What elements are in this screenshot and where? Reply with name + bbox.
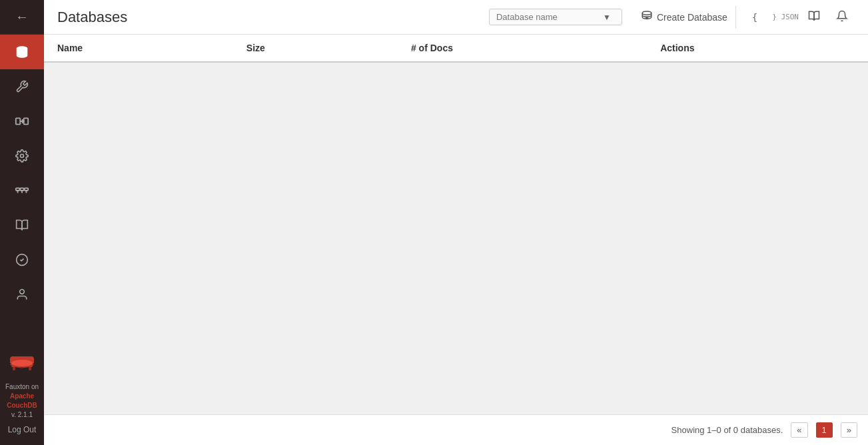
json-label: } JSON [772,13,799,21]
header-right-icons: { } JSON [741,6,855,29]
activetasks-icon [15,183,29,198]
sidebar-item-replication[interactable] [0,104,44,139]
dropdown-arrow-icon[interactable]: ▼ [603,13,611,22]
gear-icon [15,149,29,163]
logout-button[interactable]: Log Out [8,421,37,438]
svg-point-19 [642,11,651,14]
database-list-content: Name Size # of Docs Actions [44,35,868,414]
sidebar-item-activetasks[interactable] [0,173,44,208]
svg-rect-6 [25,188,28,191]
sidebar-item-user[interactable] [0,277,44,312]
svg-point-3 [21,155,24,158]
sidebar-item-config[interactable] [0,139,44,173]
pagination-page: 1 [816,422,833,438]
table-header: Name Size # of Docs Actions [44,35,868,62]
sidebar-item-databases[interactable] [0,35,44,69]
bell-icon [836,10,848,22]
user-icon [15,288,29,301]
app-prefix: Fauxton on [3,382,41,392]
app-name: Apache CouchDB [3,392,41,410]
sidebar-item-setup[interactable] [0,69,44,104]
svg-rect-18 [29,367,31,370]
couch-logo [0,337,44,381]
notifications-button[interactable] [829,6,855,29]
book-header-icon [808,10,820,22]
create-database-label: Create Database [657,12,727,23]
replication-icon [15,114,29,129]
svg-rect-4 [16,188,20,191]
column-name: Name [44,35,233,62]
braces-button[interactable]: { [741,7,768,27]
create-database-button[interactable]: Create Database [633,6,736,29]
svg-rect-5 [20,188,24,191]
database-table-wrapper: Name Size # of Docs Actions [44,35,868,63]
pagination-next[interactable]: » [841,422,857,438]
pagination-prev[interactable]: « [791,422,807,438]
sidebar: ← [0,0,44,445]
column-docs: # of Docs [398,35,647,62]
svg-rect-17 [13,367,15,370]
page-title: Databases [57,9,489,26]
svg-rect-1 [16,118,20,124]
app-version: v. 2.1.1 [3,410,41,420]
column-size: Size [233,35,398,62]
wrench-icon [15,80,29,93]
sidebar-nav [0,35,44,337]
documentation-button[interactable] [801,6,827,29]
database-icon [15,45,29,59]
sidebar-bottom: Fauxton on Apache CouchDB v. 2.1.1 Log O… [0,337,44,445]
checkmark-icon [15,253,29,266]
database-name-input[interactable] [496,12,603,22]
database-add-icon [641,10,653,25]
couchdb-icon [9,346,35,372]
svg-point-11 [20,290,25,294]
column-actions: Actions [647,35,868,62]
showing-text: Showing 1–0 of 0 databases. [671,425,783,435]
database-table: Name Size # of Docs Actions [44,35,868,63]
sidebar-item-documentation[interactable] [0,208,44,242]
footer: Showing 1–0 of 0 databases. « 1 » [44,414,868,445]
book-icon [15,219,29,232]
main-content: Databases ▼ Create Database { [44,0,868,445]
braces-icon: { [748,9,761,25]
database-search-wrapper: ▼ [489,9,622,25]
svg-point-16 [11,360,33,366]
app-info: Fauxton on Apache CouchDB v. 2.1.1 [0,381,44,421]
header: Databases ▼ Create Database { [44,0,868,35]
sidebar-item-verifyinstall[interactable] [0,242,44,277]
arrow-left-icon: ← [15,9,29,25]
sidebar-toggle[interactable]: ← [0,0,44,35]
